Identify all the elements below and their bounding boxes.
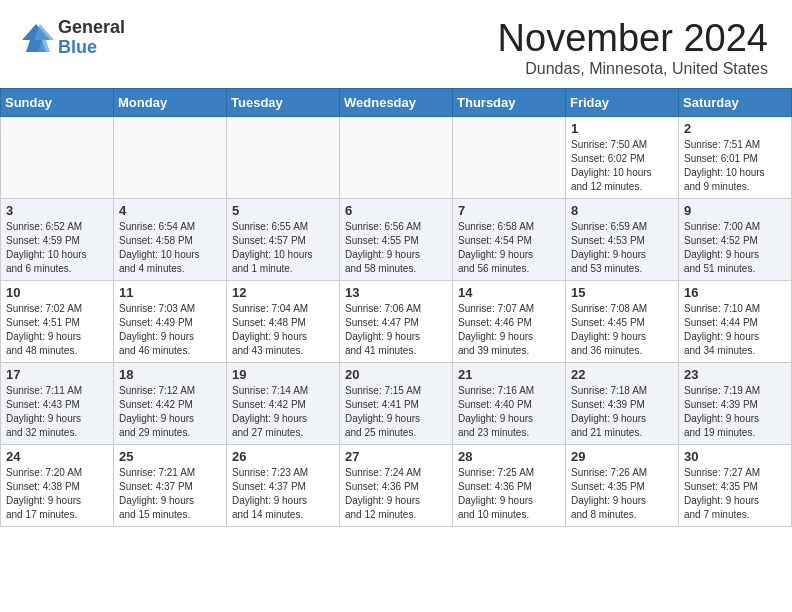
day-info: Sunrise: 6:58 AM Sunset: 4:54 PM Dayligh… (458, 220, 560, 276)
day-number: 6 (345, 203, 447, 218)
day-info: Sunrise: 7:27 AM Sunset: 4:35 PM Dayligh… (684, 466, 786, 522)
calendar-subtitle: Dundas, Minnesota, United States (498, 60, 768, 78)
calendar-day: 8Sunrise: 6:59 AM Sunset: 4:53 PM Daylig… (566, 198, 679, 280)
day-number: 4 (119, 203, 221, 218)
calendar-day: 28Sunrise: 7:25 AM Sunset: 4:36 PM Dayli… (453, 444, 566, 526)
calendar-day: 15Sunrise: 7:08 AM Sunset: 4:45 PM Dayli… (566, 280, 679, 362)
calendar-day: 7Sunrise: 6:58 AM Sunset: 4:54 PM Daylig… (453, 198, 566, 280)
weekday-header-wednesday: Wednesday (340, 88, 453, 116)
day-number: 30 (684, 449, 786, 464)
logo: General Blue (18, 18, 125, 58)
title-block: November 2024 Dundas, Minnesota, United … (498, 18, 768, 78)
weekday-header-thursday: Thursday (453, 88, 566, 116)
day-number: 9 (684, 203, 786, 218)
calendar-day: 16Sunrise: 7:10 AM Sunset: 4:44 PM Dayli… (679, 280, 792, 362)
calendar-day: 24Sunrise: 7:20 AM Sunset: 4:38 PM Dayli… (1, 444, 114, 526)
calendar-day: 4Sunrise: 6:54 AM Sunset: 4:58 PM Daylig… (114, 198, 227, 280)
calendar-day: 29Sunrise: 7:26 AM Sunset: 4:35 PM Dayli… (566, 444, 679, 526)
calendar-day: 5Sunrise: 6:55 AM Sunset: 4:57 PM Daylig… (227, 198, 340, 280)
day-info: Sunrise: 7:16 AM Sunset: 4:40 PM Dayligh… (458, 384, 560, 440)
calendar-day: 21Sunrise: 7:16 AM Sunset: 4:40 PM Dayli… (453, 362, 566, 444)
day-number: 18 (119, 367, 221, 382)
day-number: 1 (571, 121, 673, 136)
day-number: 23 (684, 367, 786, 382)
calendar-week-row: 10Sunrise: 7:02 AM Sunset: 4:51 PM Dayli… (1, 280, 792, 362)
day-number: 25 (119, 449, 221, 464)
day-number: 7 (458, 203, 560, 218)
calendar-day: 30Sunrise: 7:27 AM Sunset: 4:35 PM Dayli… (679, 444, 792, 526)
calendar-day (340, 116, 453, 198)
day-number: 15 (571, 285, 673, 300)
day-info: Sunrise: 7:11 AM Sunset: 4:43 PM Dayligh… (6, 384, 108, 440)
day-number: 5 (232, 203, 334, 218)
calendar-week-row: 17Sunrise: 7:11 AM Sunset: 4:43 PM Dayli… (1, 362, 792, 444)
calendar-day: 9Sunrise: 7:00 AM Sunset: 4:52 PM Daylig… (679, 198, 792, 280)
logo-text: General Blue (58, 18, 125, 58)
day-info: Sunrise: 7:06 AM Sunset: 4:47 PM Dayligh… (345, 302, 447, 358)
calendar-day: 27Sunrise: 7:24 AM Sunset: 4:36 PM Dayli… (340, 444, 453, 526)
calendar-day (453, 116, 566, 198)
weekday-header-friday: Friday (566, 88, 679, 116)
weekday-header-monday: Monday (114, 88, 227, 116)
day-info: Sunrise: 6:52 AM Sunset: 4:59 PM Dayligh… (6, 220, 108, 276)
day-number: 28 (458, 449, 560, 464)
weekday-header-sunday: Sunday (1, 88, 114, 116)
day-number: 17 (6, 367, 108, 382)
day-number: 27 (345, 449, 447, 464)
day-info: Sunrise: 7:04 AM Sunset: 4:48 PM Dayligh… (232, 302, 334, 358)
day-info: Sunrise: 7:26 AM Sunset: 4:35 PM Dayligh… (571, 466, 673, 522)
calendar-day: 18Sunrise: 7:12 AM Sunset: 4:42 PM Dayli… (114, 362, 227, 444)
day-number: 8 (571, 203, 673, 218)
day-info: Sunrise: 7:24 AM Sunset: 4:36 PM Dayligh… (345, 466, 447, 522)
calendar-week-row: 3Sunrise: 6:52 AM Sunset: 4:59 PM Daylig… (1, 198, 792, 280)
day-info: Sunrise: 7:21 AM Sunset: 4:37 PM Dayligh… (119, 466, 221, 522)
calendar-week-row: 1Sunrise: 7:50 AM Sunset: 6:02 PM Daylig… (1, 116, 792, 198)
day-info: Sunrise: 7:10 AM Sunset: 4:44 PM Dayligh… (684, 302, 786, 358)
day-info: Sunrise: 7:00 AM Sunset: 4:52 PM Dayligh… (684, 220, 786, 276)
calendar-day (1, 116, 114, 198)
calendar-day (114, 116, 227, 198)
calendar-day: 19Sunrise: 7:14 AM Sunset: 4:42 PM Dayli… (227, 362, 340, 444)
calendar-day: 23Sunrise: 7:19 AM Sunset: 4:39 PM Dayli… (679, 362, 792, 444)
day-number: 20 (345, 367, 447, 382)
calendar-day: 14Sunrise: 7:07 AM Sunset: 4:46 PM Dayli… (453, 280, 566, 362)
logo-general-text: General (58, 18, 125, 38)
weekday-header-row: SundayMondayTuesdayWednesdayThursdayFrid… (1, 88, 792, 116)
day-info: Sunrise: 7:14 AM Sunset: 4:42 PM Dayligh… (232, 384, 334, 440)
day-info: Sunrise: 7:50 AM Sunset: 6:02 PM Dayligh… (571, 138, 673, 194)
day-info: Sunrise: 7:07 AM Sunset: 4:46 PM Dayligh… (458, 302, 560, 358)
day-info: Sunrise: 6:56 AM Sunset: 4:55 PM Dayligh… (345, 220, 447, 276)
calendar-day: 13Sunrise: 7:06 AM Sunset: 4:47 PM Dayli… (340, 280, 453, 362)
day-number: 26 (232, 449, 334, 464)
calendar-day: 2Sunrise: 7:51 AM Sunset: 6:01 PM Daylig… (679, 116, 792, 198)
weekday-header-saturday: Saturday (679, 88, 792, 116)
calendar-table: SundayMondayTuesdayWednesdayThursdayFrid… (0, 88, 792, 527)
calendar-day: 11Sunrise: 7:03 AM Sunset: 4:49 PM Dayli… (114, 280, 227, 362)
calendar-day (227, 116, 340, 198)
weekday-header-tuesday: Tuesday (227, 88, 340, 116)
day-info: Sunrise: 6:54 AM Sunset: 4:58 PM Dayligh… (119, 220, 221, 276)
day-number: 16 (684, 285, 786, 300)
day-number: 24 (6, 449, 108, 464)
calendar-day: 10Sunrise: 7:02 AM Sunset: 4:51 PM Dayli… (1, 280, 114, 362)
day-info: Sunrise: 7:19 AM Sunset: 4:39 PM Dayligh… (684, 384, 786, 440)
day-number: 3 (6, 203, 108, 218)
calendar-day: 17Sunrise: 7:11 AM Sunset: 4:43 PM Dayli… (1, 362, 114, 444)
calendar-day: 1Sunrise: 7:50 AM Sunset: 6:02 PM Daylig… (566, 116, 679, 198)
logo-icon (18, 20, 54, 56)
calendar-day: 25Sunrise: 7:21 AM Sunset: 4:37 PM Dayli… (114, 444, 227, 526)
day-number: 12 (232, 285, 334, 300)
day-info: Sunrise: 7:20 AM Sunset: 4:38 PM Dayligh… (6, 466, 108, 522)
calendar-title: November 2024 (498, 18, 768, 60)
day-number: 2 (684, 121, 786, 136)
calendar-day: 22Sunrise: 7:18 AM Sunset: 4:39 PM Dayli… (566, 362, 679, 444)
day-info: Sunrise: 7:18 AM Sunset: 4:39 PM Dayligh… (571, 384, 673, 440)
day-number: 22 (571, 367, 673, 382)
day-info: Sunrise: 7:51 AM Sunset: 6:01 PM Dayligh… (684, 138, 786, 194)
day-info: Sunrise: 7:25 AM Sunset: 4:36 PM Dayligh… (458, 466, 560, 522)
day-number: 10 (6, 285, 108, 300)
day-info: Sunrise: 7:15 AM Sunset: 4:41 PM Dayligh… (345, 384, 447, 440)
day-info: Sunrise: 6:59 AM Sunset: 4:53 PM Dayligh… (571, 220, 673, 276)
page-header: General Blue November 2024 Dundas, Minne… (0, 0, 792, 88)
calendar-day: 26Sunrise: 7:23 AM Sunset: 4:37 PM Dayli… (227, 444, 340, 526)
